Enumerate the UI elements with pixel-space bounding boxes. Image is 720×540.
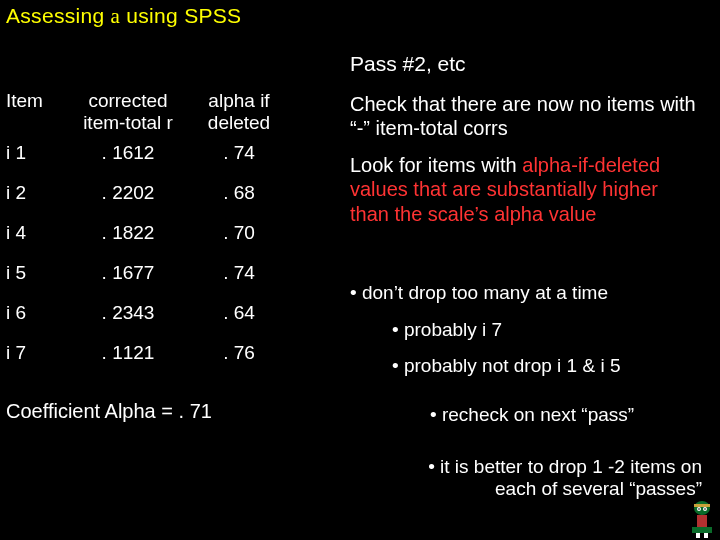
bullet-better: • it is better to drop 1 -2 items on eac…	[350, 456, 702, 500]
header-item: Item	[6, 90, 66, 112]
table-row: i 6 . 2343 . 64	[6, 302, 334, 342]
pass-label: Pass #2, etc	[350, 52, 466, 76]
svg-point-0	[694, 501, 710, 515]
cell-item: i 6	[6, 302, 66, 324]
header-corr: corrected item-total r	[66, 90, 190, 134]
look-paragraph: Look for items with alpha-if-deleted val…	[350, 153, 702, 226]
svg-rect-1	[694, 504, 710, 507]
cell-item: i 1	[6, 142, 66, 164]
svg-point-5	[704, 508, 706, 510]
cell-alpha: . 68	[190, 182, 288, 204]
bullet-recheck: • recheck on next “pass”	[430, 404, 720, 426]
cell-alpha: . 64	[190, 302, 288, 324]
cell-alpha: . 76	[190, 342, 288, 364]
cell-corr: . 1121	[66, 342, 190, 364]
marvin-icon	[686, 498, 718, 538]
slide-title: Assessing a using SPSS	[6, 4, 241, 29]
cell-item: i 4	[6, 222, 66, 244]
cell-alpha: . 74	[190, 262, 288, 284]
header-alpha: alpha if deleted	[190, 90, 288, 134]
cell-alpha: . 70	[190, 222, 288, 244]
table-row: i 1 . 1612 . 74	[6, 142, 334, 182]
title-suffix: using SPSS	[120, 4, 241, 27]
cell-corr: . 1822	[66, 222, 190, 244]
table-row: i 7 . 1121 . 76	[6, 342, 334, 382]
alpha-symbol: a	[111, 4, 121, 28]
svg-rect-8	[696, 533, 700, 538]
cell-item: i 5	[6, 262, 66, 284]
check-paragraph: Check that there are now no items with “…	[350, 92, 702, 141]
table-row: i 2 . 2202 . 68	[6, 182, 334, 222]
title-prefix: Assessing	[6, 4, 111, 27]
bullet-prob-i7: • probably i 7	[392, 319, 720, 341]
table-header-row: Item corrected item-total r alpha if del…	[6, 90, 334, 142]
cell-corr: . 1612	[66, 142, 190, 164]
cell-alpha: . 74	[190, 142, 288, 164]
svg-point-4	[698, 508, 700, 510]
coefficient-alpha-line: Coefficient Alpha = . 71	[6, 400, 212, 423]
svg-rect-7	[692, 527, 712, 533]
svg-rect-9	[704, 533, 708, 538]
svg-rect-6	[697, 515, 707, 527]
cell-item: i 2	[6, 182, 66, 204]
cell-corr: . 2202	[66, 182, 190, 204]
table-row: i 4 . 1822 . 70	[6, 222, 334, 262]
cell-corr: . 1677	[66, 262, 190, 284]
right-text: Check that there are now no items with “…	[350, 92, 702, 238]
bullet-dont-drop: • don’t drop too many at a time	[350, 282, 706, 304]
table-row: i 5 . 1677 . 74	[6, 262, 334, 302]
cell-corr: . 2343	[66, 302, 190, 324]
cell-item: i 7	[6, 342, 66, 364]
bullet-prob-not: • probably not drop i 1 & i 5	[392, 355, 720, 377]
slide: Assessing a using SPSS Pass #2, etc Item…	[0, 0, 720, 540]
item-table: Item corrected item-total r alpha if del…	[6, 90, 334, 382]
